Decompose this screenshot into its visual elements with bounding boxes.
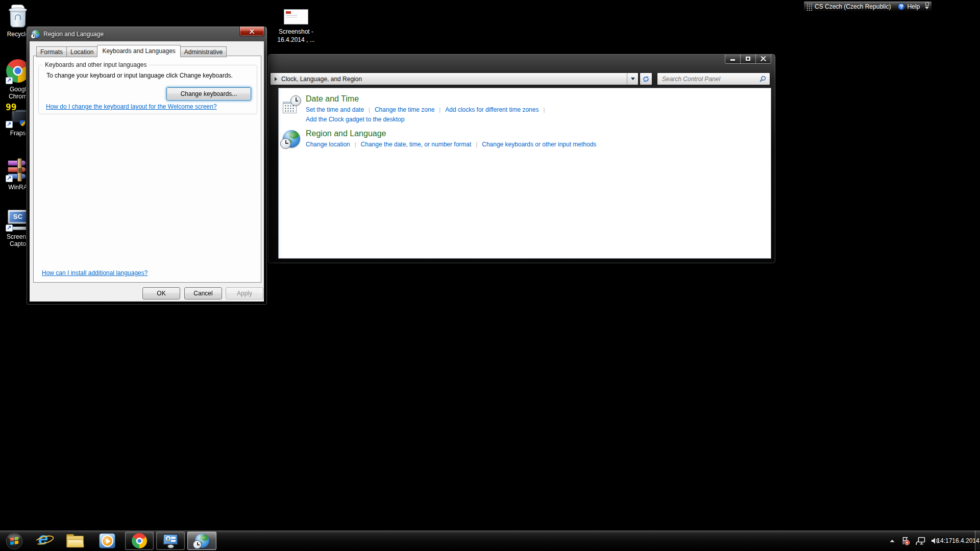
shortcut-arrow-icon <box>6 77 13 84</box>
tab-location[interactable]: Location <box>66 46 97 57</box>
windows-start-icon <box>4 532 24 550</box>
clock-icon <box>193 540 202 549</box>
link-change-date-time-format[interactable]: Change the date, time, or number format <box>361 141 472 148</box>
close-button[interactable] <box>755 54 771 64</box>
sc-badge: SC <box>10 212 26 222</box>
breadcrumb-chevron-icon <box>275 77 279 81</box>
drag-handle-icon[interactable] <box>806 3 812 11</box>
taskbar-clock[interactable]: 14:17 16.4.2014 <box>942 531 974 551</box>
region-language-icon <box>32 30 40 38</box>
help-icon <box>898 3 905 10</box>
taskbar-region-language-button[interactable] <box>187 532 216 550</box>
show-hidden-icons-button[interactable] <box>886 531 898 551</box>
dialog-close-button[interactable] <box>239 27 264 36</box>
close-icon <box>761 56 766 61</box>
instruction-text: To change your keyboard or input languag… <box>46 72 233 79</box>
start-button[interactable] <box>4 532 24 550</box>
search-icon <box>759 76 766 83</box>
shortcut-arrow-icon <box>6 121 13 128</box>
file-label-line1: Screenshot - <box>279 28 313 35</box>
link-divider <box>476 141 477 147</box>
tab-administrative[interactable]: Administrative <box>180 46 227 57</box>
language-bar: CS Czech (Czech Republic) Help <box>803 1 932 12</box>
welcome-screen-link[interactable]: How do I change the keyboard layout for … <box>46 103 217 110</box>
shortcut-arrow-icon <box>6 224 13 232</box>
dialog-button-row: OK Cancel Apply <box>30 287 264 299</box>
desktop-icon-label2: Chrom <box>9 93 27 100</box>
dialog-title-bar: Region and Language <box>32 27 104 41</box>
section-title-date-and-time[interactable]: Date and Time <box>306 94 549 104</box>
taskbar-windows-explorer[interactable] <box>64 532 86 550</box>
clock-icon <box>280 138 291 149</box>
ok-button[interactable]: OK <box>142 287 180 299</box>
dialog-title: Region and Language <box>43 31 104 38</box>
control-panel-icon <box>162 533 179 548</box>
install-languages-link[interactable]: How can I install additional languages? <box>42 269 148 277</box>
section-date-and-time: Date and Time Set the time and date Chan… <box>283 94 549 123</box>
desktop: { "colors": { "cp_heading_green": "#1c6e… <box>0 0 980 551</box>
minimize-icon <box>730 59 735 61</box>
taskbar-control-panel-button[interactable] <box>156 532 185 550</box>
search-input[interactable] <box>657 76 759 83</box>
desktop-icon-label: Googl <box>10 86 26 93</box>
network-tray-icon[interactable] <box>913 531 928 551</box>
link-change-keyboards-input[interactable]: Change keyboards or other input methods <box>482 141 596 148</box>
language-bar-options-button[interactable] <box>925 3 929 11</box>
breadcrumb[interactable]: Clock, Language, and Region <box>281 76 362 83</box>
desktop-file-screenshot[interactable]: Screenshot - 16.4.2014 , ... <box>271 9 322 44</box>
fraps-99-badge: 99 <box>6 102 17 112</box>
region-and-language-icon[interactable] <box>283 130 300 147</box>
taskbar-media-player[interactable] <box>96 532 118 550</box>
search-box <box>657 72 770 85</box>
input-language-button[interactable]: CS Czech (Czech Republic) <box>815 3 891 10</box>
link-change-location[interactable]: Change location <box>306 141 350 148</box>
taskbar-chrome-button[interactable] <box>125 532 154 550</box>
clock-time: 14:17 <box>937 537 952 545</box>
address-bar[interactable]: Clock, Language, and Region <box>270 72 639 85</box>
window-caption-buttons <box>725 54 771 64</box>
link-add-clock-gadget[interactable]: Add the Clock gadget to the desktop <box>306 116 404 123</box>
action-center-tray-icon[interactable] <box>898 531 913 551</box>
minimize-icon <box>925 3 929 6</box>
region-and-language-dialog: Region and Language Formats Location Key… <box>26 26 267 305</box>
maximize-button[interactable] <box>740 54 756 64</box>
taskbar-internet-explorer[interactable] <box>34 532 55 550</box>
dialog-tabs: Formats Location Keyboards and Languages… <box>36 45 226 57</box>
desktop-icon-label2: Capto <box>10 240 26 247</box>
refresh-icon <box>642 76 650 83</box>
change-keyboards-button[interactable]: Change keyboards... <box>166 87 251 101</box>
recycle-bin-icon <box>5 4 31 30</box>
network-icon <box>915 537 925 545</box>
link-add-clocks[interactable]: Add clocks for different time zones <box>445 106 538 113</box>
chevron-up-icon <box>889 539 895 543</box>
chrome-icon <box>132 533 147 548</box>
refresh-button[interactable] <box>640 72 652 85</box>
language-bar-help-button[interactable]: Help <box>898 3 920 10</box>
control-panel-window: Clock, Language, and Region Date and Tim… <box>267 54 776 264</box>
link-divider <box>369 107 370 113</box>
cancel-button[interactable]: Cancel <box>184 287 222 299</box>
apply-button[interactable]: Apply <box>226 287 263 299</box>
uac-shield-icon <box>19 120 26 127</box>
section-title-region-and-language[interactable]: Region and Language <box>306 129 596 138</box>
internet-explorer-icon <box>36 533 53 549</box>
chevron-down-icon <box>925 7 929 11</box>
shortcut-arrow-icon <box>6 175 13 182</box>
flag-alert-icon <box>901 536 910 545</box>
minimize-button[interactable] <box>725 54 741 64</box>
file-label-line2: 16.4.2014 , ... <box>277 36 314 43</box>
control-panel-content: Date and Time Set the time and date Chan… <box>278 88 771 259</box>
link-set-time-and-date[interactable]: Set the time and date <box>306 106 364 113</box>
link-change-time-zone[interactable]: Change the time zone <box>375 106 434 113</box>
show-desktop-button[interactable] <box>975 531 980 551</box>
tab-formats[interactable]: Formats <box>36 46 67 57</box>
screenshot-thumbnail-icon <box>284 9 308 24</box>
date-and-time-icon[interactable] <box>283 95 301 114</box>
link-divider <box>355 141 356 147</box>
media-player-icon <box>99 533 115 548</box>
tab-keyboards-and-languages[interactable]: Keyboards and Languages <box>97 45 180 57</box>
maximize-icon <box>746 57 750 61</box>
folder-icon <box>66 534 84 547</box>
address-dropdown-button[interactable] <box>627 73 638 85</box>
tab-page: Keyboards and other input languages To c… <box>33 56 261 283</box>
